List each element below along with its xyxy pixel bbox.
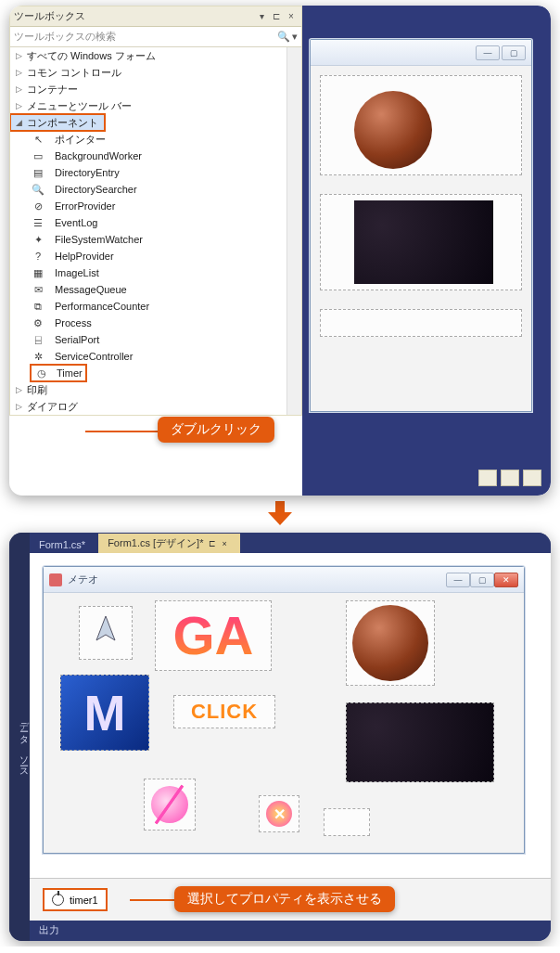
- ga-label: GA: [173, 612, 254, 660]
- side-tabs: データ ソース サーバー エクスプローラー ツールボックス: [9, 533, 30, 941]
- align-tool-3[interactable]: [523, 470, 541, 486]
- category-components[interactable]: ◢コンポーネント: [10, 114, 105, 131]
- timer1-component[interactable]: timer1: [43, 888, 108, 911]
- toolbox-item-process[interactable]: ⚙Process: [10, 315, 301, 331]
- performancecounter-icon: ⧉: [31, 301, 45, 313]
- minimize-button[interactable]: —: [476, 45, 500, 60]
- toolbox-item-filesystemwatcher[interactable]: ✦FileSystemWatcher: [10, 231, 301, 248]
- category-dialogs[interactable]: ▷ダイアログ: [10, 398, 301, 415]
- toolbox-tree: ▷すべての Windows フォーム ▷コモン コントロール ▷コンテナー ▷メ…: [10, 47, 301, 415]
- process-icon: ⚙: [31, 317, 45, 329]
- picturebox-m[interactable]: M: [60, 675, 149, 751]
- form-window[interactable]: メテオ — ▢ ✕ GA: [43, 566, 525, 854]
- picturebox-orb[interactable]: [144, 779, 196, 831]
- toolbox-item-servicecontroller[interactable]: ✲ServiceController: [10, 348, 301, 365]
- picturebox-ga[interactable]: GA: [155, 600, 272, 671]
- click-label: CLICK: [191, 700, 258, 724]
- picture-space: [320, 194, 522, 290]
- toolbox-item-directorysearcher[interactable]: 🔍DirectorySearcher: [10, 181, 301, 198]
- callout-connector: [85, 431, 159, 432]
- picturebox-ship[interactable]: [79, 606, 133, 660]
- design-surface[interactable]: メテオ — ▢ ✕ GA: [30, 553, 551, 878]
- align-tool-1[interactable]: [478, 470, 497, 486]
- toolbox-item-backgroundworker[interactable]: ▭BackgroundWorker: [10, 148, 301, 164]
- toolbox-item-messagequeue[interactable]: ✉MessageQueue: [10, 281, 301, 298]
- serialport-icon: ⌸: [31, 334, 45, 345]
- toolbox-title: ツールボックス: [14, 9, 253, 23]
- form-preview: — ▢: [310, 39, 532, 412]
- document-tabs: Form1.cs* Form1.cs [デザイン]*⊏×: [30, 533, 551, 553]
- toolbox-titlebar: ツールボックス ▾ ⊏ ×: [10, 6, 301, 27]
- servicecontroller-icon: ✲: [31, 351, 45, 363]
- callout-select-properties: 選択してプロパティを表示させる: [174, 886, 395, 912]
- search-icon[interactable]: 🔍: [277, 31, 290, 43]
- picturebox-planet[interactable]: [346, 600, 435, 686]
- search-placeholder: ツールボックスの検索: [14, 30, 275, 44]
- pin-icon[interactable]: ⊏: [270, 10, 283, 23]
- filesystemwatcher-icon: ✦: [31, 234, 45, 246]
- category-menus-toolbars[interactable]: ▷メニューとツール バー: [10, 97, 301, 114]
- toolbox-item-imagelist[interactable]: ▦ImageList: [10, 264, 301, 281]
- form-close-button[interactable]: ✕: [494, 573, 518, 587]
- toolbox-item-eventlog[interactable]: ☰EventLog: [10, 214, 301, 231]
- toolbox-search[interactable]: ツールボックスの検索 🔍 ▾: [10, 27, 301, 47]
- timer-icon: ◷: [34, 367, 49, 380]
- helpprovider-icon: ?: [31, 251, 45, 262]
- search-dropdown-icon[interactable]: ▾: [292, 31, 298, 43]
- eventlog-icon: ☰: [31, 217, 45, 229]
- toolbox-item-timer[interactable]: ◷Timer: [31, 365, 86, 381]
- callout-connector-2: [130, 899, 176, 901]
- pin-icon[interactable]: ⊏: [209, 539, 216, 548]
- toolbox-item-performancecounter[interactable]: ⧉PerformanceCounter: [10, 298, 301, 315]
- errorprovider-icon: ⊘: [31, 200, 45, 212]
- picturebox-x[interactable]: ✕: [259, 795, 299, 832]
- timer1-label: timer1: [70, 895, 98, 906]
- directoryentry-icon: ▤: [31, 167, 45, 179]
- form-titlebar: メテオ — ▢ ✕: [44, 567, 524, 593]
- category-containers[interactable]: ▷コンテナー: [10, 81, 301, 97]
- directorysearcher-icon: 🔍: [31, 184, 45, 196]
- side-tab-datasource[interactable]: データ ソース: [17, 714, 30, 775]
- close-icon[interactable]: ×: [285, 10, 298, 23]
- toolbox-item-errorprovider[interactable]: ⊘ErrorProvider: [10, 198, 301, 214]
- picture-planet: [320, 75, 522, 175]
- toolbox-item-pointer[interactable]: ↖ポインター: [10, 131, 301, 148]
- category-common-controls[interactable]: ▷コモン コントロール: [10, 64, 301, 81]
- tab-form1-design[interactable]: Form1.cs [デザイン]*⊏×: [98, 534, 240, 553]
- picture-empty: [320, 309, 522, 337]
- pointer-icon: ↖: [31, 134, 45, 146]
- imagelist-icon: ▦: [31, 267, 45, 279]
- form-icon: [49, 573, 62, 586]
- toolbox-item-serialport[interactable]: ⌸SerialPort: [10, 331, 301, 348]
- dropdown-icon[interactable]: ▾: [255, 10, 268, 23]
- messagequeue-icon: ✉: [31, 284, 45, 296]
- form-maximize-button[interactable]: ▢: [470, 573, 494, 587]
- form-minimize-button[interactable]: —: [446, 573, 470, 587]
- down-arrow-icon: [266, 499, 294, 527]
- picturebox-space[interactable]: [346, 702, 494, 782]
- category-printing[interactable]: ▷印刷: [10, 381, 301, 398]
- align-tool-2[interactable]: [501, 470, 519, 486]
- category-all-windows-forms[interactable]: ▷すべての Windows フォーム: [10, 47, 301, 64]
- backgroundworker-icon: ▭: [31, 150, 45, 162]
- maximize-button[interactable]: ▢: [502, 45, 526, 60]
- component-tray: timer1 選択してプロパティを表示させる: [30, 878, 551, 921]
- timer-icon: [52, 894, 64, 906]
- toolbox-pane: ツールボックス ▾ ⊏ × ツールボックスの検索 🔍 ▾ ▷すべての Windo…: [9, 6, 302, 416]
- form-title: メテオ: [68, 573, 446, 586]
- close-tab-icon[interactable]: ×: [222, 539, 226, 548]
- toolbox-item-directoryentry[interactable]: ▤DirectoryEntry: [10, 164, 301, 181]
- picturebox-empty[interactable]: [324, 808, 370, 836]
- designer-preview: — ▢: [302, 6, 551, 496]
- toolbox-scrollbar[interactable]: [286, 47, 301, 415]
- picturebox-click[interactable]: CLICK: [173, 695, 275, 728]
- m-label: M: [84, 684, 126, 741]
- output-panel-header[interactable]: 出力: [30, 921, 551, 941]
- toolbox-item-helpprovider[interactable]: ?HelpProvider: [10, 248, 301, 264]
- tab-form1-cs[interactable]: Form1.cs*: [30, 536, 98, 553]
- callout-double-click: ダブルクリック: [158, 417, 274, 443]
